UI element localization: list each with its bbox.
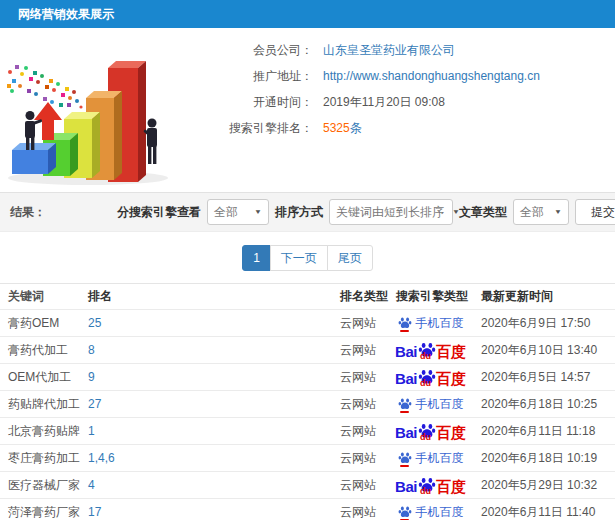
page-1-button[interactable]: 1 — [242, 245, 271, 271]
keyword-cell: 膏药代加工 — [0, 342, 80, 359]
info-row-url: 推广地址： http://www.shandonghuangshengtang.… — [195, 68, 540, 85]
info-row-company: 会员公司： 山东皇圣堂药业有限公司 — [195, 42, 540, 59]
rank-type-cell: 云网站 — [332, 477, 388, 494]
rank-count-label: 搜索引擎排名： — [195, 120, 313, 137]
results-table: 关键词 排名 排名类型 搜索引擎类型 最新更新时间 膏药OEM 25 云网站 手… — [0, 283, 615, 520]
pagination: 1 下一页 尾页 — [0, 232, 615, 283]
table-row: OEM代加工 9 云网站 Baidu百度 2020年6月5日 14:57 — [0, 364, 615, 391]
updated-cell: 2020年6月5日 14:57 — [473, 369, 615, 386]
article-type-label: 文章类型 — [459, 204, 507, 221]
promo-url-link[interactable]: http://www.shandonghuangshengtang.cn — [323, 68, 540, 85]
rank-cell: 17 — [80, 505, 332, 519]
rank-link[interactable]: 25 — [88, 316, 101, 330]
mobile-baidu-logo: 手机百度 — [398, 504, 464, 520]
rank-cell: 25 — [80, 316, 332, 330]
engine-cell: 手机百度 — [388, 396, 473, 413]
baidu-paw-icon — [398, 316, 412, 330]
rank-type-cell: 云网站 — [332, 504, 388, 520]
rank-type-cell: 云网站 — [332, 423, 388, 440]
rank-type-cell: 云网站 — [332, 450, 388, 467]
rank-type-cell: 云网站 — [332, 396, 388, 413]
rank-type-cell: 云网站 — [332, 342, 388, 359]
baidu-paw-icon — [398, 451, 412, 465]
app-header: 网络营销效果展示 — [0, 0, 615, 28]
submit-button[interactable]: 提交 — [575, 199, 615, 225]
table-row: 菏泽膏药厂家 17 云网站 手机百度 2020年6月11日 11:40 — [0, 499, 615, 520]
col-rank-type: 排名类型 — [332, 288, 388, 305]
updated-cell: 2020年6月18日 10:25 — [473, 396, 615, 413]
info-row-open-time: 开通时间： 2019年11月20日 09:08 — [195, 94, 540, 111]
rank-link[interactable]: 8 — [88, 343, 95, 357]
rank-link[interactable]: 17 — [88, 505, 101, 519]
rank-link[interactable]: 4 — [88, 478, 95, 492]
company-label: 会员公司： — [195, 42, 313, 59]
sort-select[interactable]: 关键词由短到长排序 ▼ — [329, 199, 453, 225]
col-rank: 排名 — [80, 288, 332, 305]
baidu-paw-icon — [398, 505, 412, 519]
rank-cell: 8 — [80, 343, 332, 357]
confetti — [7, 65, 83, 109]
engine-cell: Baidu百度 — [388, 476, 473, 494]
rank-count-value: 5325条 — [323, 120, 362, 137]
baidu-logo: Baidu百度 — [395, 341, 466, 359]
chevron-down-icon: ▼ — [554, 208, 562, 215]
keyword-cell: 药贴牌代加工 — [0, 396, 80, 413]
keyword-cell: 膏药OEM — [0, 315, 80, 332]
rank-count-suffix: 条 — [350, 121, 362, 135]
table-row: 枣庄膏药加工 1,4,6 云网站 手机百度 2020年6月18日 10:19 — [0, 445, 615, 472]
baidu-paw-icon — [398, 397, 412, 411]
table-row: 北京膏药贴牌 1 云网站 Baidu百度 2020年6月11日 11:18 — [0, 418, 615, 445]
rank-cell: 1,4,6 — [80, 451, 332, 465]
engine-filter-select[interactable]: 全部 ▼ — [207, 199, 269, 225]
last-page-button[interactable]: 尾页 — [327, 245, 373, 271]
rank-link[interactable]: 1 — [88, 424, 95, 438]
rank-link[interactable]: 9 — [88, 370, 95, 384]
keyword-cell: OEM代加工 — [0, 369, 80, 386]
article-type-select[interactable]: 全部 ▼ — [513, 199, 569, 225]
engine-cell: Baidu百度 — [388, 368, 473, 386]
promo-url-label: 推广地址： — [195, 68, 313, 85]
rank-cell: 9 — [80, 370, 332, 384]
updated-cell: 2020年6月11日 11:40 — [473, 504, 615, 520]
engine-cell: Baidu百度 — [388, 422, 473, 440]
company-link[interactable]: 山东皇圣堂药业有限公司 — [323, 42, 455, 59]
open-time-label: 开通时间： — [195, 94, 313, 111]
mobile-baidu-logo: 手机百度 — [398, 315, 464, 332]
baidu-logo: Baidu百度 — [395, 422, 466, 440]
company-info-panel: 会员公司： 山东皇圣堂药业有限公司 推广地址： http://www.shand… — [195, 28, 540, 192]
rank-type-cell: 云网站 — [332, 315, 388, 332]
updated-cell: 2020年6月9日 17:50 — [473, 315, 615, 332]
rank-link[interactable]: 27 — [88, 397, 101, 411]
chevron-down-icon: ▼ — [254, 208, 262, 215]
keyword-cell: 北京膏药贴牌 — [0, 423, 80, 440]
keyword-cell: 菏泽膏药厂家 — [0, 504, 80, 520]
rank-link[interactable]: 1,4,6 — [88, 451, 115, 465]
engine-cell: 手机百度 — [388, 504, 473, 520]
result-label: 结果： — [10, 204, 46, 221]
col-engine-type: 搜索引擎类型 — [388, 288, 473, 305]
rank-cell: 27 — [80, 397, 332, 411]
updated-cell: 2020年6月10日 13:40 — [473, 342, 615, 359]
col-keyword: 关键词 — [0, 288, 80, 305]
filter-bar: 结果： 分搜索引擎查看 全部 ▼ 排序方式 关键词由短到长排序 ▼ 文章类型 全… — [0, 192, 615, 232]
table-row: 膏药OEM 25 云网站 手机百度 2020年6月9日 17:50 — [0, 310, 615, 337]
info-row-rank-count: 搜索引擎排名： 5325条 — [195, 120, 540, 137]
table-header-row: 关键词 排名 排名类型 搜索引擎类型 最新更新时间 — [0, 283, 615, 310]
table-row: 膏药代加工 8 云网站 Baidu百度 2020年6月10日 13:40 — [0, 337, 615, 364]
bar-chart-illustration-image — [0, 28, 195, 188]
baidu-logo: Baidu百度 — [395, 476, 466, 494]
keyword-cell: 医疗器械厂家 — [0, 477, 80, 494]
next-page-button[interactable]: 下一页 — [270, 245, 328, 271]
sort-label: 排序方式 — [275, 204, 323, 221]
rank-count-number: 5325 — [323, 121, 350, 135]
table-row: 医疗器械厂家 4 云网站 Baidu百度 2020年5月29日 10:32 — [0, 472, 615, 499]
info-section: 会员公司： 山东皇圣堂药业有限公司 推广地址： http://www.shand… — [0, 28, 615, 192]
engine-cell: 手机百度 — [388, 450, 473, 467]
marketing-illustration — [0, 28, 195, 188]
engine-filter-value: 全部 — [214, 204, 238, 221]
keyword-cell: 枣庄膏药加工 — [0, 450, 80, 467]
mobile-baidu-logo: 手机百度 — [398, 450, 464, 467]
updated-cell: 2020年6月18日 10:19 — [473, 450, 615, 467]
open-time-value: 2019年11月20日 09:08 — [323, 94, 445, 111]
engine-filter-label: 分搜索引擎查看 — [117, 204, 201, 221]
